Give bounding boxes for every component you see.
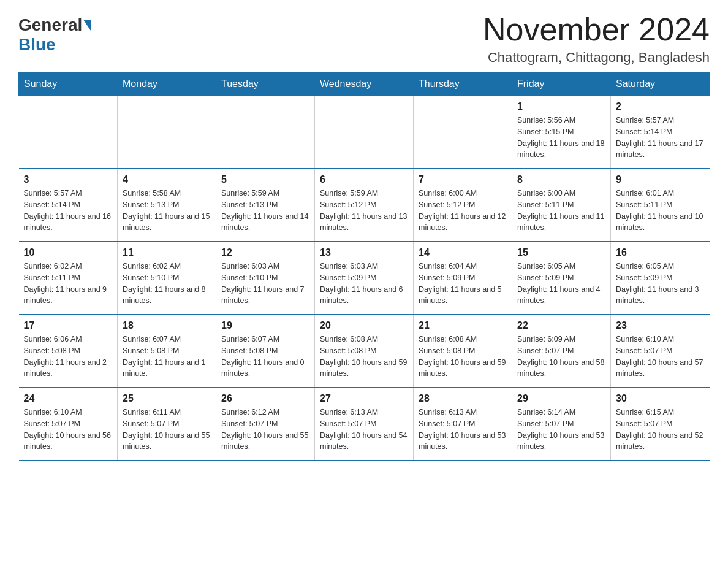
day-number: 18 <box>123 320 211 331</box>
day-number: 17 <box>24 320 113 331</box>
day-info: Sunrise: 5:58 AMSunset: 5:13 PMDaylight:… <box>123 188 211 234</box>
calendar-cell: 28Sunrise: 6:13 AMSunset: 5:07 PMDayligh… <box>414 388 512 461</box>
calendar-week-row: 1Sunrise: 5:56 AMSunset: 5:15 PMDaylight… <box>19 96 710 169</box>
logo-blue-text: Blue <box>18 35 56 55</box>
calendar-cell <box>414 96 512 169</box>
calendar-cell: 6Sunrise: 5:59 AMSunset: 5:12 PMDaylight… <box>315 169 414 242</box>
calendar-cell: 5Sunrise: 5:59 AMSunset: 5:13 PMDaylight… <box>216 169 315 242</box>
day-info: Sunrise: 6:14 AMSunset: 5:07 PMDaylight:… <box>517 407 605 453</box>
calendar-cell: 15Sunrise: 6:05 AMSunset: 5:09 PMDayligh… <box>512 242 611 315</box>
calendar-cell: 9Sunrise: 6:01 AMSunset: 5:11 PMDaylight… <box>611 169 710 242</box>
page-subtitle: Chattogram, Chittagong, Bangladesh <box>483 50 710 66</box>
day-info: Sunrise: 5:56 AMSunset: 5:15 PMDaylight:… <box>517 115 605 161</box>
calendar-cell: 8Sunrise: 6:00 AMSunset: 5:11 PMDaylight… <box>512 169 611 242</box>
day-info: Sunrise: 5:57 AMSunset: 5:14 PMDaylight:… <box>616 115 705 161</box>
calendar-cell: 30Sunrise: 6:15 AMSunset: 5:07 PMDayligh… <box>611 388 710 461</box>
day-number: 2 <box>616 101 705 112</box>
page-title: November 2024 <box>483 12 710 47</box>
day-info: Sunrise: 5:59 AMSunset: 5:13 PMDaylight:… <box>221 188 309 234</box>
calendar-week-row: 17Sunrise: 6:06 AMSunset: 5:08 PMDayligh… <box>19 315 710 388</box>
day-number: 29 <box>517 393 605 404</box>
calendar-header: Sunday Monday Tuesday Wednesday Thursday… <box>19 72 710 96</box>
day-number: 10 <box>24 247 113 258</box>
col-tuesday: Tuesday <box>216 72 315 96</box>
day-number: 27 <box>320 393 408 404</box>
day-info: Sunrise: 6:11 AMSunset: 5:07 PMDaylight:… <box>123 407 211 453</box>
day-number: 3 <box>24 174 113 185</box>
logo-general-text: General <box>18 15 82 35</box>
calendar-cell: 22Sunrise: 6:09 AMSunset: 5:07 PMDayligh… <box>512 315 611 388</box>
day-number: 5 <box>221 174 309 185</box>
calendar-cell: 29Sunrise: 6:14 AMSunset: 5:07 PMDayligh… <box>512 388 611 461</box>
calendar-cell: 7Sunrise: 6:00 AMSunset: 5:12 PMDaylight… <box>414 169 512 242</box>
calendar-cell: 17Sunrise: 6:06 AMSunset: 5:08 PMDayligh… <box>19 315 118 388</box>
day-number: 14 <box>419 247 507 258</box>
day-number: 11 <box>123 247 211 258</box>
day-info: Sunrise: 6:00 AMSunset: 5:11 PMDaylight:… <box>517 188 605 234</box>
calendar-cell <box>118 96 216 169</box>
day-number: 26 <box>221 393 309 404</box>
calendar-cell: 20Sunrise: 6:08 AMSunset: 5:08 PMDayligh… <box>315 315 414 388</box>
day-info: Sunrise: 6:12 AMSunset: 5:07 PMDaylight:… <box>221 407 309 453</box>
day-number: 7 <box>419 174 507 185</box>
calendar-week-row: 24Sunrise: 6:10 AMSunset: 5:07 PMDayligh… <box>19 388 710 461</box>
day-number: 6 <box>320 174 408 185</box>
day-info: Sunrise: 5:59 AMSunset: 5:12 PMDaylight:… <box>320 188 408 234</box>
day-info: Sunrise: 6:00 AMSunset: 5:12 PMDaylight:… <box>419 188 507 234</box>
day-number: 24 <box>24 393 113 404</box>
day-info: Sunrise: 6:05 AMSunset: 5:09 PMDaylight:… <box>616 261 705 307</box>
day-number: 15 <box>517 247 605 258</box>
calendar-week-row: 10Sunrise: 6:02 AMSunset: 5:11 PMDayligh… <box>19 242 710 315</box>
day-info: Sunrise: 6:02 AMSunset: 5:11 PMDaylight:… <box>24 261 113 307</box>
day-info: Sunrise: 6:03 AMSunset: 5:10 PMDaylight:… <box>221 261 309 307</box>
col-sunday: Sunday <box>19 72 118 96</box>
calendar-cell: 2Sunrise: 5:57 AMSunset: 5:14 PMDaylight… <box>611 96 710 169</box>
day-info: Sunrise: 6:03 AMSunset: 5:09 PMDaylight:… <box>320 261 408 307</box>
day-info: Sunrise: 6:07 AMSunset: 5:08 PMDaylight:… <box>221 334 309 380</box>
day-info: Sunrise: 6:05 AMSunset: 5:09 PMDaylight:… <box>517 261 605 307</box>
day-info: Sunrise: 6:08 AMSunset: 5:08 PMDaylight:… <box>320 334 408 380</box>
calendar-cell <box>315 96 414 169</box>
calendar-cell: 16Sunrise: 6:05 AMSunset: 5:09 PMDayligh… <box>611 242 710 315</box>
calendar-body: 1Sunrise: 5:56 AMSunset: 5:15 PMDaylight… <box>19 96 710 461</box>
day-number: 8 <box>517 174 605 185</box>
day-number: 23 <box>616 320 705 331</box>
day-info: Sunrise: 6:06 AMSunset: 5:08 PMDaylight:… <box>24 334 113 380</box>
calendar-cell: 21Sunrise: 6:08 AMSunset: 5:08 PMDayligh… <box>414 315 512 388</box>
calendar-table: Sunday Monday Tuesday Wednesday Thursday… <box>18 72 710 461</box>
calendar-cell: 18Sunrise: 6:07 AMSunset: 5:08 PMDayligh… <box>118 315 216 388</box>
calendar-cell: 25Sunrise: 6:11 AMSunset: 5:07 PMDayligh… <box>118 388 216 461</box>
day-info: Sunrise: 6:02 AMSunset: 5:10 PMDaylight:… <box>123 261 211 307</box>
col-wednesday: Wednesday <box>315 72 414 96</box>
calendar-cell: 26Sunrise: 6:12 AMSunset: 5:07 PMDayligh… <box>216 388 315 461</box>
calendar-cell: 27Sunrise: 6:13 AMSunset: 5:07 PMDayligh… <box>315 388 414 461</box>
day-number: 1 <box>517 101 605 112</box>
day-number: 20 <box>320 320 408 331</box>
day-info: Sunrise: 6:01 AMSunset: 5:11 PMDaylight:… <box>616 188 705 234</box>
day-info: Sunrise: 6:10 AMSunset: 5:07 PMDaylight:… <box>24 407 113 453</box>
day-number: 12 <box>221 247 309 258</box>
col-saturday: Saturday <box>611 72 710 96</box>
calendar-cell: 19Sunrise: 6:07 AMSunset: 5:08 PMDayligh… <box>216 315 315 388</box>
calendar-cell: 24Sunrise: 6:10 AMSunset: 5:07 PMDayligh… <box>19 388 118 461</box>
title-area: November 2024 Chattogram, Chittagong, Ba… <box>483 12 710 66</box>
calendar-cell: 13Sunrise: 6:03 AMSunset: 5:09 PMDayligh… <box>315 242 414 315</box>
day-number: 28 <box>419 393 507 404</box>
col-monday: Monday <box>118 72 216 96</box>
day-number: 30 <box>616 393 705 404</box>
calendar-cell <box>216 96 315 169</box>
day-info: Sunrise: 6:04 AMSunset: 5:09 PMDaylight:… <box>419 261 507 307</box>
logo-triangle-icon <box>83 20 91 31</box>
logo: General Blue <box>18 15 92 55</box>
page-header: General Blue November 2024 Chattogram, C… <box>18 12 710 66</box>
day-number: 16 <box>616 247 705 258</box>
day-number: 21 <box>419 320 507 331</box>
calendar-cell: 12Sunrise: 6:03 AMSunset: 5:10 PMDayligh… <box>216 242 315 315</box>
calendar-cell: 3Sunrise: 5:57 AMSunset: 5:14 PMDaylight… <box>19 169 118 242</box>
day-number: 25 <box>123 393 211 404</box>
day-number: 19 <box>221 320 309 331</box>
col-friday: Friday <box>512 72 611 96</box>
calendar-cell <box>19 96 118 169</box>
day-info: Sunrise: 6:07 AMSunset: 5:08 PMDaylight:… <box>123 334 211 380</box>
calendar-cell: 11Sunrise: 6:02 AMSunset: 5:10 PMDayligh… <box>118 242 216 315</box>
